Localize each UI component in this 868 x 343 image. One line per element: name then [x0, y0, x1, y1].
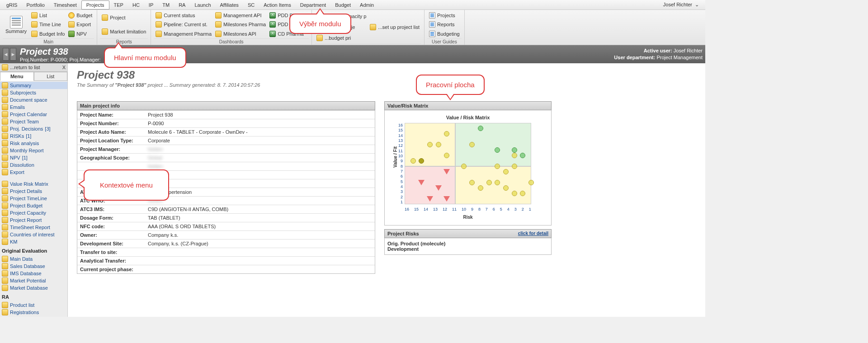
sidebar-item-project-timeline[interactable]: Project TimeLine: [0, 195, 67, 202]
chart-point[interactable]: [410, 158, 416, 164]
chart-point[interactable]: [469, 180, 475, 185]
sidebar-item-export[interactable]: Export: [0, 169, 67, 176]
menu-ip[interactable]: IP: [144, 1, 158, 9]
sidebar-item-project-budget[interactable]: Project Budget: [0, 202, 67, 209]
chart-point[interactable]: [520, 191, 525, 196]
chart-point[interactable]: [528, 180, 534, 185]
menu-budget[interactable]: Budget: [330, 1, 355, 9]
menu-admin[interactable]: Admin: [355, 1, 378, 9]
sidebar-item-project-team[interactable]: Project Team: [0, 118, 67, 125]
chart-point[interactable]: [443, 169, 450, 174]
ribbon-item-management-pharma[interactable]: Management Pharma: [154, 30, 213, 38]
menu-sc[interactable]: SC: [243, 1, 259, 9]
chart-point[interactable]: [427, 142, 433, 147]
sidebar-item-dissolution[interactable]: Dissolution: [0, 161, 67, 169]
menu-gris[interactable]: gRIS: [2, 1, 22, 9]
chart-point[interactable]: [512, 164, 517, 169]
chart-point[interactable]: [486, 180, 492, 185]
sidebar-item-market-database[interactable]: Market Database: [0, 284, 67, 291]
ribbon-summary-button[interactable]: Summary: [3, 11, 29, 38]
sidebar-item-proj-decisions[interactable]: Proj. Decisions [3]: [0, 125, 67, 132]
chart-point[interactable]: [478, 185, 483, 191]
chart-point[interactable]: [512, 153, 517, 158]
sidebar-item-project-capacity[interactable]: Project Capacity: [0, 209, 67, 216]
chart-point[interactable]: [495, 147, 500, 153]
ribbon-item-pipeline-current-st-[interactable]: Pipeline: Current st.: [154, 21, 213, 28]
menu-launch[interactable]: Launch: [190, 1, 215, 9]
menu-action-items[interactable]: Action Items: [259, 1, 296, 9]
sidebar-item-ims-database[interactable]: IMS Database: [0, 270, 67, 277]
sidebar-item-emails[interactable]: Emails: [0, 103, 67, 111]
sidebar-tab-menu[interactable]: Menu: [0, 72, 34, 81]
sidebar-item-risk-analysis[interactable]: Risk analysis: [0, 140, 67, 147]
chart-point[interactable]: [478, 126, 483, 131]
ribbon-item-npv[interactable]: NPV: [66, 30, 94, 38]
ribbon-item-time-line[interactable]: Time Line: [29, 21, 66, 28]
ribbon-item--budget-pri[interactable]: ...budget pri: [315, 34, 368, 42]
chart-point[interactable]: [435, 185, 442, 191]
menu-affiliates[interactable]: Affiliates: [216, 1, 243, 9]
close-icon[interactable]: X: [62, 65, 66, 70]
chart-point[interactable]: [419, 158, 424, 164]
menu-timesheet[interactable]: Timesheet: [49, 1, 81, 9]
sidebar-item-timesheet-report[interactable]: TimeSheet Report: [0, 224, 67, 231]
chart-point[interactable]: [495, 180, 500, 185]
sidebar-item-project-report[interactable]: Project Report: [0, 216, 67, 224]
nav-prev-button[interactable]: ◄: [3, 48, 9, 61]
chart-point[interactable]: [461, 164, 467, 169]
sidebar-item-km[interactable]: KM: [0, 238, 67, 245]
ribbon-item-milestones-api[interactable]: Milestones API: [213, 30, 268, 38]
chart-point[interactable]: [436, 142, 441, 147]
menu-tep[interactable]: TEP: [109, 1, 128, 9]
chart-point[interactable]: [503, 185, 509, 191]
nav-next-button[interactable]: ►: [10, 48, 16, 61]
sidebar-item-monthly-report[interactable]: Monthly Report: [0, 147, 67, 154]
sidebar-item-sales-database[interactable]: Sales Database: [0, 263, 67, 270]
sidebar-item-risks[interactable]: RISKs [1]: [0, 132, 67, 140]
ribbon-item-budget[interactable]: Budget: [66, 12, 94, 19]
menu-projects[interactable]: Projects: [81, 0, 109, 9]
sidebar-item-market-potential[interactable]: Market Potential: [0, 277, 67, 284]
ribbon-item-project[interactable]: Project: [100, 14, 148, 21]
click-for-detail-link[interactable]: click for detail: [518, 231, 548, 236]
sidebar-item-main-data[interactable]: Main Data: [0, 255, 67, 263]
sidebar-item-product-list[interactable]: Product list: [0, 301, 67, 309]
sidebar-item-project-calendar[interactable]: Project Calendar: [0, 111, 67, 118]
sidebar-tab-list[interactable]: List: [34, 72, 68, 81]
menu-portfolio[interactable]: Portfolio: [22, 1, 49, 9]
ribbon-item-current-status[interactable]: Current status: [154, 12, 213, 19]
chart-point[interactable]: [427, 196, 433, 202]
ribbon-item-reports[interactable]: Reports: [427, 21, 462, 28]
chart-point[interactable]: [503, 169, 509, 174]
sidebar-item-countries-of-interest[interactable]: Countries of interest: [0, 231, 67, 238]
ribbon-item-budget-info[interactable]: Budget Info: [29, 30, 66, 38]
chart-point[interactable]: [495, 164, 500, 169]
ribbon-item-list[interactable]: List: [29, 12, 66, 19]
sidebar-item-value-risk-matrix[interactable]: Value Risk Matrix: [0, 180, 67, 188]
chart-point[interactable]: [443, 196, 450, 202]
menubar-user[interactable]: Josef Richter⌄: [663, 2, 703, 8]
scatter-chart[interactable]: Value / Fit 16151413121110987654321 1615…: [405, 123, 531, 204]
sidebar-item-registrations[interactable]: Registrations: [0, 309, 67, 316]
ribbon-item--set-up-project-list[interactable]: ...set up project list: [368, 23, 421, 31]
chart-point[interactable]: [469, 142, 475, 147]
ribbon-item-budgeting[interactable]: Budgeting: [427, 30, 462, 38]
sidebar-item-subprojects[interactable]: Subprojects: [0, 89, 67, 96]
menu-tm[interactable]: TM: [158, 1, 174, 9]
chart-point[interactable]: [418, 180, 425, 185]
ribbon-item-market-limitation[interactable]: Market limitation: [100, 28, 148, 35]
sidebar-item-npv[interactable]: NPV [1]: [0, 154, 67, 161]
ribbon-item-export[interactable]: Export: [66, 21, 94, 28]
chart-point[interactable]: [512, 191, 517, 196]
sidebar-item-project-details[interactable]: Project Details: [0, 188, 67, 195]
menu-hc[interactable]: HC: [128, 1, 144, 9]
sidebar-item-document-space[interactable]: Document space: [0, 96, 67, 103]
sidebar-item-summary[interactable]: Summary: [0, 82, 67, 89]
menu-department[interactable]: Department: [296, 1, 330, 9]
chart-point[interactable]: [512, 147, 517, 153]
menu-ra[interactable]: RA: [174, 1, 190, 9]
chart-point[interactable]: [444, 131, 449, 136]
ribbon-item-milestones-pharma[interactable]: Milestones Pharma: [213, 21, 268, 28]
ribbon-item-projects[interactable]: Projects: [427, 12, 462, 19]
chart-point[interactable]: [520, 153, 525, 158]
